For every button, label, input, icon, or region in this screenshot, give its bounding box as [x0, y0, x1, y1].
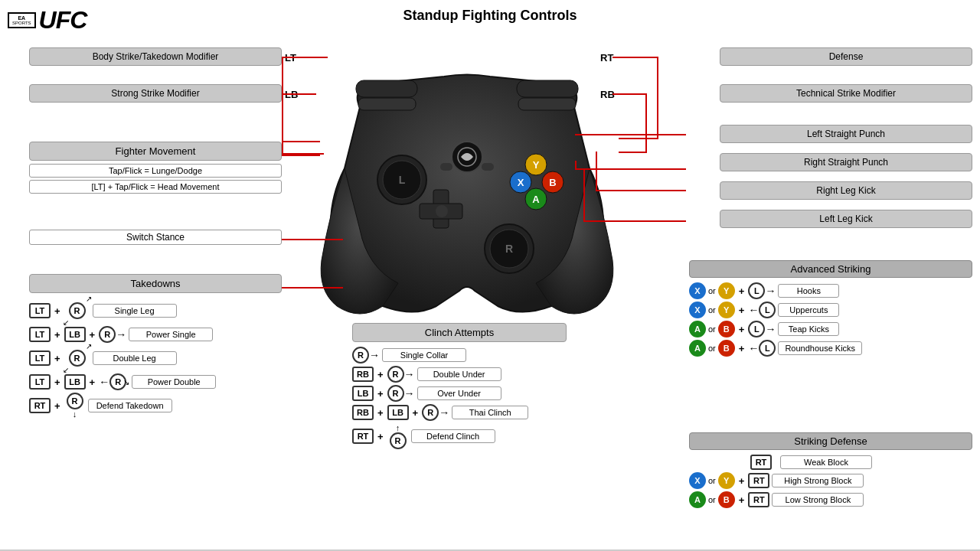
left-leg-kick: Left Leg Kick [720, 210, 972, 228]
svg-text:L: L [399, 174, 406, 186]
low-strong-block-label: Low Strong Block [772, 493, 864, 507]
roundhouse-kicks-label: Roundhouse Kicks [778, 341, 862, 355]
strong-strike-label: Strong Strike Modifier [29, 84, 282, 103]
right-leg-kick: Right Leg Kick [720, 181, 972, 200]
svg-text:A: A [532, 194, 540, 205]
thai-clinch-combo: RB + LB + R → Thai Clinch [352, 404, 567, 421]
single-collar-combo: R → Single Collar [352, 347, 567, 364]
uppercuts-label: Uppercuts [778, 303, 839, 317]
power-single-combo: LT + LB + R → Power Single [29, 326, 282, 343]
over-under-combo: LB + R → Over Under [352, 385, 567, 402]
single-collar-label: Single Collar [382, 348, 466, 362]
high-strong-block-combo: X or Y + RT High Strong Block [689, 472, 972, 489]
body-strike-label: Body Strike/Takedown Modifier [29, 47, 282, 66]
double-leg-label: Double Leg [93, 351, 177, 365]
ea-ufc-logo: EA SPORTS UFC [8, 6, 87, 34]
technical-strike-label: Technical Strike Modifier [720, 84, 972, 103]
svg-text:X: X [518, 177, 524, 188]
clinch-header: Clinch Attempts [352, 323, 567, 342]
teap-kicks-combo: A or B + L → Teap Kicks [689, 321, 972, 337]
power-double-label: Power Double [132, 375, 216, 389]
weak-block-combo: RT Weak Block [689, 455, 972, 470]
ufc-logo-text: UFC [39, 6, 87, 34]
double-leg-combo: LT + R ↗ ↙ Double Leg [29, 345, 282, 371]
hooks-label: Hooks [778, 284, 839, 298]
lt-btn: LT [29, 303, 51, 318]
power-single-label: Power Single [129, 328, 213, 341]
svg-text:B: B [549, 177, 556, 188]
fighter-movement-header: Fighter Movement [29, 142, 282, 161]
svg-text:Y: Y [533, 159, 540, 171]
single-leg-label: Single Leg [93, 304, 177, 318]
svg-rect-16 [482, 163, 494, 171]
double-under-label: Double Under [417, 367, 501, 381]
defense-label: Defense [720, 47, 972, 66]
switch-stance-label: Switch Stance [29, 230, 282, 245]
defend-clinch-label: Defend Clinch [411, 429, 495, 443]
defend-takedown-label: Defend Takedown [88, 399, 172, 412]
svg-rect-3 [518, 98, 576, 110]
defend-takedown-combo: RT + R ↓ Defend Takedown [29, 393, 282, 419]
high-strong-block-label: High Strong Block [772, 474, 864, 487]
low-strong-block-combo: A or B + RT Low Strong Block [689, 491, 972, 508]
svg-rect-0 [356, 80, 417, 97]
defend-clinch-combo: RT + ↑ R Defend Clinch [352, 423, 567, 449]
uppercuts-combo: X or Y + ← L Uppercuts [689, 302, 972, 318]
advanced-striking-header: Advanced Striking [689, 260, 972, 278]
takedowns-header: Takedowns [29, 274, 282, 293]
svg-rect-15 [440, 163, 452, 171]
weak-block-label: Weak Block [780, 455, 872, 469]
over-under-label: Over Under [417, 386, 501, 400]
right-straight-punch: Right Straight Punch [720, 153, 972, 171]
page-title: Standup Fighting Controls [0, 0, 980, 27]
power-double-combo: LT + LB + ← R ↘ Power Double [29, 373, 282, 390]
hooks-combo: X or Y + L → Hooks [689, 282, 972, 299]
svg-rect-2 [517, 80, 578, 97]
svg-text:R: R [505, 243, 513, 255]
fighter-movement-lt: [LT] + Tap/Flick = Head Movement [29, 180, 282, 194]
controller-image: L R Y X B A [291, 38, 643, 344]
thai-clinch-label: Thai Clinch [452, 406, 528, 419]
svg-point-12 [436, 205, 448, 217]
striking-defense-header: Striking Defense [689, 432, 972, 450]
double-under-combo: RB + R → Double Under [352, 366, 567, 383]
single-leg-combo: LT + R ↗ ↙ Single Leg [29, 298, 282, 324]
roundhouse-kicks-combo: A or B + ← L Roundhouse Kicks [689, 340, 972, 357]
teap-kicks-label: Teap Kicks [778, 322, 839, 336]
fighter-movement-tap: Tap/Flick = Lunge/Dodge [29, 164, 282, 178]
svg-rect-1 [358, 98, 416, 110]
left-straight-punch: Left Straight Punch [720, 125, 972, 143]
